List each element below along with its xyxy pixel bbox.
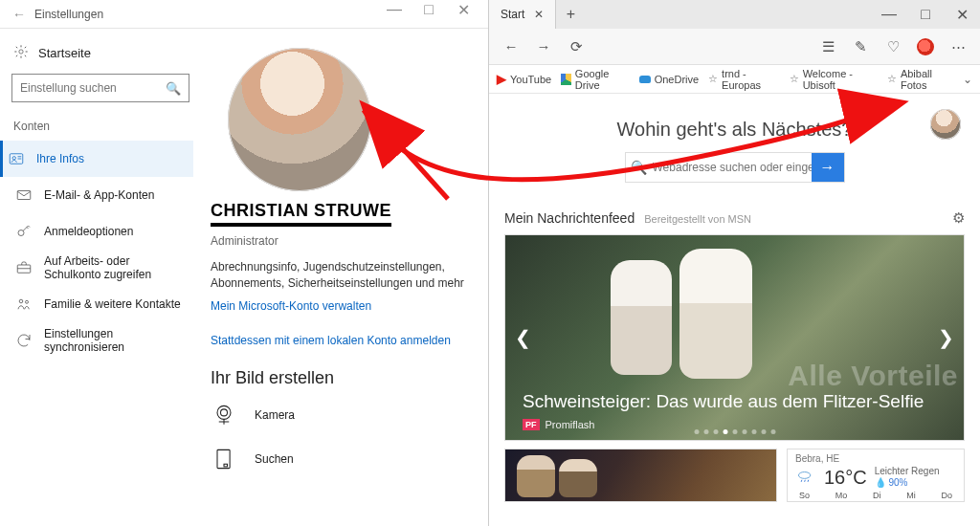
share-icon[interactable]: ♡ <box>877 33 909 61</box>
maximize-icon[interactable]: □ <box>412 1 446 28</box>
back-button[interactable]: ← <box>495 33 527 61</box>
edge-tabstrip: Start ✕ + ― □ ✕ <box>489 0 980 29</box>
nav-label: Einstellungen synchronisieren <box>44 327 186 354</box>
avatar <box>228 48 371 191</box>
carousel-dots <box>694 429 775 434</box>
settings-sidebar: Startseite 🔍 Konten Ihre Infos E-Mail- &… <box>0 29 201 526</box>
home-button[interactable]: Startseite <box>8 40 193 74</box>
nav-label: Ihre Infos <box>36 152 84 165</box>
edge-content: Wohin geht's als Nächstes? 🔍 → Mein Nach… <box>489 94 980 526</box>
nav-label: Familie & weitere Kontakte <box>44 297 181 311</box>
fav-trnd[interactable]: ☆trnd - Europas <box>708 68 780 91</box>
hub-icon[interactable]: ☰ <box>812 33 844 61</box>
go-button[interactable]: → <box>812 153 844 182</box>
browse-option[interactable]: Suchen <box>211 446 469 472</box>
svg-point-2 <box>12 157 15 160</box>
nav-sync[interactable]: Einstellungen synchronisieren <box>8 322 193 359</box>
carousel-prev-icon[interactable]: ❮ <box>515 326 531 349</box>
nav-arbeits-schulkonto[interactable]: Auf Arbeits- oder Schulkonto zugreifen <box>8 250 193 286</box>
nav-label: Auf Arbeits- oder Schulkonto zugreifen <box>44 254 186 281</box>
hero-source: Promiflash <box>546 419 595 430</box>
nav-familie-kontakte[interactable]: Familie & weitere Kontakte <box>8 286 193 322</box>
search-icon: 🔍 <box>626 153 653 182</box>
star-icon: ☆ <box>708 73 718 85</box>
feed-subtitle: Bereitgestellt von MSN <box>644 213 751 225</box>
nav-email-konten[interactable]: E-Mail- & App-Konten <box>8 177 193 213</box>
person-icon <box>8 150 25 167</box>
camera-icon <box>211 402 237 428</box>
more-icon[interactable]: ⋯ <box>942 33 974 61</box>
key-icon <box>15 223 33 240</box>
weather-tile[interactable]: Bebra, HE 16°C Leichter Regen 💧 90% So M… <box>787 449 965 502</box>
nav-ihre-infos[interactable]: Ihre Infos <box>0 141 193 177</box>
star-icon: ☆ <box>790 73 799 85</box>
fav-google-drive[interactable]: Google Drive <box>561 68 629 91</box>
refresh-button[interactable]: ⟳ <box>560 33 592 61</box>
gear-icon <box>13 44 29 62</box>
star-icon: ☆ <box>887 73 897 85</box>
svg-rect-3 <box>17 191 31 200</box>
settings-window: ← Einstellungen ― □ ✕ Startseite 🔍 Konte… <box>0 0 489 526</box>
minimize-icon[interactable]: ― <box>871 0 907 29</box>
browse-label: Suchen <box>255 452 294 466</box>
feed-title: Mein Nachrichtenfeed <box>504 210 635 226</box>
youtube-icon: ▶ <box>497 72 506 86</box>
user-role: Administrator <box>211 234 469 248</box>
home-label: Startseite <box>38 46 91 60</box>
category-label: Konten <box>8 116 193 141</box>
manage-account-link[interactable]: Mein Microsoft-Konto verwalten <box>211 299 469 313</box>
fav-overflow-icon[interactable]: ⌄ <box>963 73 972 86</box>
mail-icon <box>15 186 33 204</box>
note-icon[interactable]: ✎ <box>844 33 877 61</box>
nav-anmeldeoptionen[interactable]: Anmeldeoptionen <box>8 213 193 250</box>
hero-tile[interactable]: Alle Vorteile ❮ ❯ Schweinsteiger: Das wu… <box>504 234 965 441</box>
svg-point-8 <box>217 405 231 419</box>
svg-point-7 <box>26 300 29 303</box>
omnibox[interactable]: 🔍 → <box>625 152 845 183</box>
opera-icon[interactable] <box>909 33 942 61</box>
family-icon <box>15 296 33 313</box>
carousel-next-icon[interactable]: ❯ <box>938 326 954 349</box>
minimize-icon[interactable]: ― <box>377 1 412 28</box>
hero-bg-text: Alle Vorteile <box>788 360 958 392</box>
tab-close-icon[interactable]: ✕ <box>534 8 544 21</box>
forward-button[interactable]: → <box>527 33 560 61</box>
svg-point-0 <box>19 50 23 54</box>
new-tab-button[interactable]: + <box>556 0 585 29</box>
fav-youtube[interactable]: ▶YouTube <box>497 72 551 86</box>
drive-icon <box>561 74 571 85</box>
window-title: Einstellungen <box>31 8 377 21</box>
settings-titlebar: ← Einstellungen ― □ ✕ <box>0 0 488 29</box>
tab-start[interactable]: Start ✕ <box>489 0 556 29</box>
fav-onedrive[interactable]: OneDrive <box>639 74 699 85</box>
settings-search-input[interactable] <box>20 81 166 95</box>
settings-search[interactable]: 🔍 <box>11 74 189 102</box>
svg-point-12 <box>798 472 810 479</box>
close-icon[interactable]: ✕ <box>446 1 480 28</box>
picture-heading: Ihr Bild erstellen <box>211 368 469 388</box>
favorites-bar: ▶YouTube Google Drive OneDrive ☆trnd - E… <box>489 65 980 94</box>
news-tile[interactable] <box>504 449 777 502</box>
onedrive-icon <box>639 76 651 83</box>
briefcase-icon <box>15 259 33 276</box>
feed-settings-icon[interactable]: ⚙ <box>952 209 965 227</box>
maximize-icon[interactable]: □ <box>907 0 944 29</box>
camera-label: Kamera <box>255 408 295 422</box>
back-icon[interactable]: ← <box>8 7 31 22</box>
start-prompt: Wohin geht's als Nächstes? <box>504 119 965 141</box>
user-name: CHRISTIAN STRUWE <box>211 201 391 227</box>
close-icon[interactable]: ✕ <box>944 0 980 29</box>
rain-icon <box>795 467 816 488</box>
svg-point-4 <box>18 230 24 236</box>
svg-point-6 <box>19 299 23 303</box>
weather-temp: 16°C <box>824 467 867 489</box>
profile-avatar[interactable] <box>930 109 961 140</box>
omnibox-input[interactable] <box>653 153 812 182</box>
nav-label: Anmeldeoptionen <box>44 225 133 238</box>
fav-abiball[interactable]: ☆Abiball Fotos <box>887 68 953 91</box>
local-account-link[interactable]: Stattdessen mit einem lokalen Konto anme… <box>211 334 469 347</box>
camera-option[interactable]: Kamera <box>211 402 469 428</box>
fav-ubisoft[interactable]: ☆Welcome - Ubisoft <box>790 68 878 91</box>
source-badge: PF <box>523 419 540 430</box>
edge-toolbar: ← → ⟳ ☰ ✎ ♡ ⋯ <box>489 29 980 65</box>
